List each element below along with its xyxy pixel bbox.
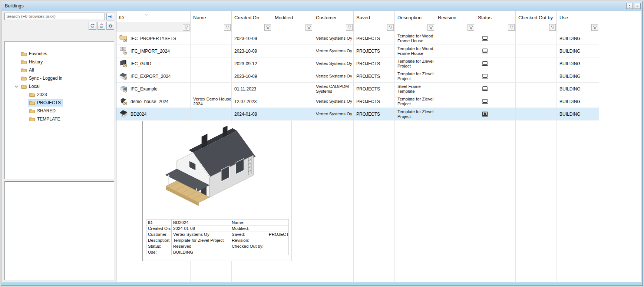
row-thumbnail-icon <box>119 33 128 42</box>
replace-button[interactable]: ab ac <box>98 22 105 30</box>
grid-column-line <box>557 121 599 282</box>
close-button[interactable] <box>634 3 641 9</box>
status-available-laptop-icon <box>481 74 489 79</box>
tree-expander[interactable] <box>13 85 20 88</box>
preview-value: PROJECTS <box>267 231 289 237</box>
cell-text: Template for Zlevel Project <box>397 59 435 69</box>
table-row-ifc_example[interactable]: IFC_Example01.11.2023Vertex CAD/PDM Syst… <box>116 83 599 95</box>
column-header-created_on[interactable]: Created On <box>232 11 272 22</box>
column-header-status[interactable]: Status <box>475 11 516 22</box>
table-row-ifc_propertysets[interactable]: IFC_PROPERTYSETS2023-10-09Vertex Systems… <box>116 32 599 45</box>
tree-item-2023[interactable]: 2023 <box>5 90 114 99</box>
refresh-button[interactable] <box>89 22 96 30</box>
cell-text: PROJECTS <box>356 112 380 117</box>
table-row-demo_house_2024[interactable]: demo_house_2024Vertex Demo House 202412.… <box>116 95 599 108</box>
filter-cell-created_on[interactable] <box>232 22 272 32</box>
tree-item-history[interactable]: History <box>5 58 114 66</box>
tree-item-content: SHARED <box>28 107 58 115</box>
filter-button-modified[interactable] <box>306 24 312 31</box>
filter-cell-checked_out_by[interactable] <box>516 22 557 32</box>
cell-name <box>191 32 232 44</box>
cell-description: Template for Zlevel Project <box>395 70 435 82</box>
cell-status <box>475 32 516 44</box>
filter-button-saved[interactable] <box>387 24 394 31</box>
filter-button-checked_out_by[interactable] <box>549 24 556 31</box>
cell-saved: PROJECTS <box>354 83 395 95</box>
filter-button-status[interactable] <box>508 24 515 31</box>
dock-button[interactable] <box>626 3 633 9</box>
tree-item-local[interactable]: Local <box>5 82 114 90</box>
filter-cell-status[interactable] <box>475 22 516 32</box>
cell-text: 12.07.2023 <box>234 99 257 104</box>
cell-customer: Vertex Systems Oy <box>313 57 354 70</box>
filter-funnel-icon <box>266 26 270 30</box>
search-input[interactable] <box>4 13 105 20</box>
table-row-ifc_guid[interactable]: IFC_GUID2023-09-12Vertex Systems OyPROJE… <box>116 57 599 70</box>
table-row-ifc_import_2024[interactable]: IFC_IMPORT_20242023-10-09Vertex Systems … <box>116 45 599 57</box>
tree-item-favorites[interactable]: Favorites <box>5 50 114 58</box>
cell-use: BUILDING <box>557 57 599 70</box>
column-header-label: Customer <box>316 15 337 20</box>
filter-cell-customer[interactable] <box>313 22 354 32</box>
table-row-ifc_export_2024[interactable]: IFC_EXPORT_20242023-10-09Vertex Systems … <box>116 70 599 83</box>
column-header-saved[interactable]: Saved <box>354 11 395 22</box>
cell-text: BUILDING <box>559 49 581 54</box>
column-header-label: Checked Out by <box>518 15 553 20</box>
cell-status <box>475 95 516 108</box>
filter-cell-saved[interactable] <box>354 22 395 32</box>
tree-item-sync-logged-in[interactable]: Sync - Logged in <box>5 74 114 82</box>
cell-modified <box>272 95 313 108</box>
cell-checked_out_by <box>516 57 557 70</box>
row-id-text: demo_house_2024 <box>131 99 169 104</box>
filter-button-id[interactable] <box>183 24 189 31</box>
filter-cell-name[interactable] <box>191 22 232 32</box>
column-header-use[interactable]: Use <box>557 11 599 22</box>
filter-cell-use[interactable] <box>557 22 599 32</box>
column-header-checked_out_by[interactable]: Checked Out by <box>516 11 557 22</box>
filter-cell-description[interactable] <box>395 22 435 32</box>
documents-clock-icon <box>119 46 128 56</box>
filter-button-revision[interactable] <box>468 24 474 31</box>
column-header-description[interactable]: Description <box>395 11 435 22</box>
titlebar[interactable]: Buildings <box>1 1 643 11</box>
tree-item-projects[interactable]: PROJECTS <box>5 99 114 107</box>
preview-value <box>267 249 289 255</box>
filter-cell-revision[interactable] <box>435 22 475 32</box>
preview-value: BUILDING <box>172 249 230 255</box>
cell-saved: PROJECTS <box>354 57 395 70</box>
filter-button-name[interactable] <box>224 24 231 31</box>
preview-label: Saved: <box>230 231 267 237</box>
table-filter-row <box>116 22 641 32</box>
filter-cell-id[interactable] <box>116 22 191 32</box>
tree-item-template[interactable]: TEMPLATE <box>5 115 114 123</box>
cell-description: Template for Zlevel Project <box>395 57 435 70</box>
preview-label: Name: <box>230 220 267 225</box>
filter-cell-modified[interactable] <box>272 22 313 32</box>
cell-text: Template for Wood Frame House <box>397 34 435 43</box>
settings-button[interactable] <box>106 22 114 30</box>
row-thumbnail-icon <box>119 96 128 105</box>
column-header-customer[interactable]: Customer <box>313 11 354 22</box>
column-header-id[interactable]: ID <box>116 11 191 22</box>
cell-saved: PROJECTS <box>354 108 395 120</box>
cell-use: BUILDING <box>557 108 599 120</box>
tree-item-shared[interactable]: SHARED <box>5 107 114 115</box>
sort-indicator <box>145 11 148 17</box>
search-go-button[interactable] <box>106 13 114 20</box>
table-row-bd2024[interactable]: BD20242024-01-08Vertex Systems OyPROJECT… <box>116 108 599 121</box>
tree-item-content: PROJECTS <box>28 99 63 106</box>
refresh-icon <box>90 23 95 28</box>
cell-text: PROJECTS <box>356 49 380 54</box>
filter-button-customer[interactable] <box>346 24 353 31</box>
column-header-label: Use <box>559 15 568 20</box>
column-header-name[interactable]: Name <box>191 11 232 22</box>
filter-button-created_on[interactable] <box>264 24 271 31</box>
tree-item-all[interactable]: All <box>5 66 114 74</box>
filter-button-description[interactable] <box>427 24 434 31</box>
column-header-modified[interactable]: Modified <box>272 11 313 22</box>
filter-button-use[interactable] <box>591 24 598 31</box>
column-header-revision[interactable]: Revision <box>435 11 475 22</box>
cell-text: Vertex Demo House 2024 <box>193 97 231 106</box>
row-id-text: IFC_GUID <box>131 61 151 66</box>
cell-text: Vertex Systems Oy <box>316 36 352 41</box>
